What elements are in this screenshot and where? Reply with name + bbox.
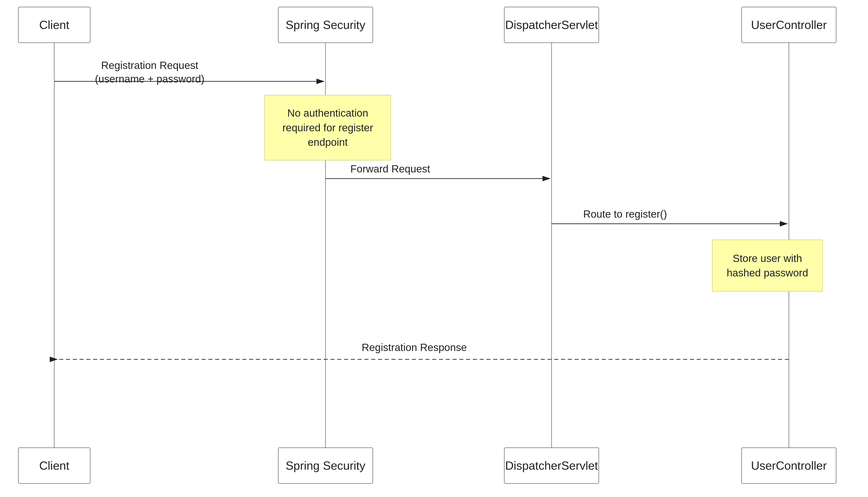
label-registration-response: Registration Response <box>362 341 467 354</box>
label-route-register: Route to register() <box>583 208 667 220</box>
dispatcher-top-label: DispatcherServlet <box>505 18 598 32</box>
spring-top-box: Spring Security <box>278 7 373 43</box>
controller-bot-box: UserController <box>741 448 836 484</box>
dispatcher-top-box: DispatcherServlet <box>504 7 599 43</box>
note-auth-text: No authentication required for register … <box>282 106 373 150</box>
note-store-user: Store user with hashed password <box>712 240 823 292</box>
label-forward-request: Forward Request <box>350 163 430 175</box>
label-registration-request: Registration Request (username + passwor… <box>95 59 204 86</box>
controller-top-label: UserController <box>751 18 827 32</box>
controller-top-box: UserController <box>741 7 836 43</box>
client-top-label: Client <box>39 18 69 32</box>
dispatcher-bot-label: DispatcherServlet <box>505 459 598 472</box>
client-bot-label: Client <box>39 459 69 472</box>
sequence-diagram: Client Spring Security DispatcherServlet… <box>0 0 868 497</box>
client-top-box: Client <box>18 7 90 43</box>
dispatcher-bot-box: DispatcherServlet <box>504 448 599 484</box>
client-bot-box: Client <box>18 448 90 484</box>
spring-bot-box: Spring Security <box>278 448 373 484</box>
note-store-text: Store user with hashed password <box>727 251 808 280</box>
spring-bot-label: Spring Security <box>286 459 366 472</box>
spring-top-label: Spring Security <box>286 18 366 32</box>
controller-bot-label: UserController <box>751 459 827 472</box>
note-no-auth: No authentication required for register … <box>265 95 391 160</box>
